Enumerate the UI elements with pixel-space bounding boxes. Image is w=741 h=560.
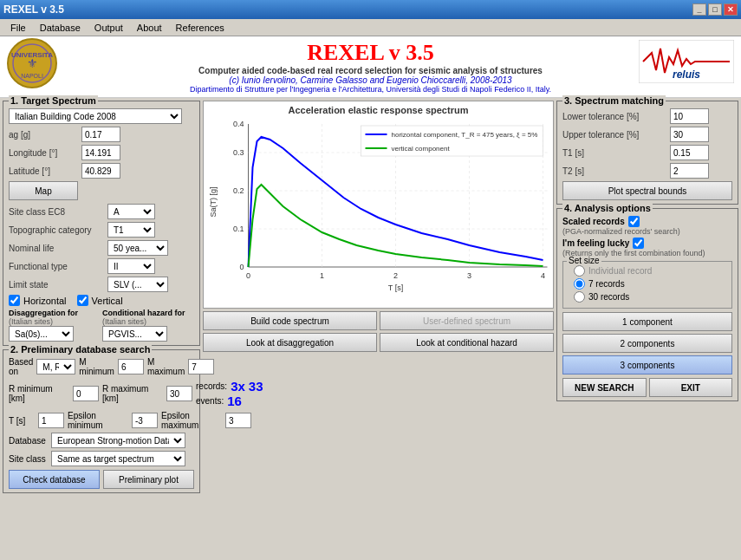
set-size-group: Set size Individual record 7 records 30 … [562, 261, 732, 309]
exit-button[interactable]: EXIT [649, 378, 733, 397]
topo-select[interactable]: T1 [107, 222, 155, 238]
menu-file[interactable]: File [3, 21, 33, 35]
svg-text:Sa(T) [g]: Sa(T) [g] [209, 186, 218, 217]
t1-input[interactable] [670, 145, 709, 160]
limit-state-select[interactable]: SLV (... [107, 277, 168, 292]
section4-box: 4. Analysis options Scaled records (PGA-… [556, 208, 738, 401]
lucky-label: I'm feeling lucky [562, 238, 629, 248]
horizontal-checkbox[interactable] [9, 295, 20, 306]
svg-text:1: 1 [320, 271, 324, 280]
logo-right: reluis [639, 40, 734, 85]
hv-row: Horizontal Vertical [9, 295, 194, 306]
functional-label: Functional type [9, 262, 104, 271]
header-institute: Dipartimento di Strutture per l'Ingegner… [190, 85, 551, 94]
svg-text:0.4: 0.4 [233, 120, 244, 128]
events-n: 16 [227, 394, 242, 408]
based-on-row: Based on M, R M minimum M maximum [9, 357, 194, 376]
individual-radio-row: Individual record [567, 265, 728, 277]
lower-tol-input[interactable] [670, 108, 709, 124]
upper-tol-input[interactable] [670, 127, 709, 142]
look-disaggregation-button[interactable]: Look at disaggregation [203, 333, 377, 352]
chart-svg: 0 1 2 3 4 T [s] 0 0.1 0.2 0.3 0.4 Sa(T) … [204, 115, 553, 297]
conditional-main-label: Conditional hazard for [102, 309, 194, 317]
eps-max-input[interactable] [225, 413, 251, 428]
longitude-input[interactable] [81, 145, 120, 160]
site-class2-label: Site class [9, 454, 48, 464]
lucky-checkbox[interactable] [633, 238, 644, 249]
individual-radio[interactable] [574, 265, 585, 277]
menu-output[interactable]: Output [88, 21, 130, 35]
based-on-label: Based on [9, 357, 33, 376]
nominal-life-row: Nominal life 50 yea... [9, 240, 194, 256]
vertical-checkbox[interactable] [77, 295, 88, 306]
window-title: REXEL v 3.5 [3, 3, 64, 16]
records-row: records: 3x 33 [196, 379, 263, 394]
spectrum-type-select[interactable]: Italian Building Code 2008 [9, 108, 182, 124]
center-panel: Acceleration elastic response spectrum [203, 101, 554, 497]
menu-references[interactable]: References [169, 21, 231, 35]
site-class-select[interactable]: A [107, 204, 155, 219]
based-on-select[interactable]: M, R [36, 359, 75, 374]
ag-row: ag [g] [9, 127, 194, 142]
section3-label: 3. Spectrum matching [562, 95, 666, 106]
r-max-input[interactable] [166, 386, 192, 401]
lucky-row: I'm feeling lucky [562, 238, 732, 249]
ag-input[interactable] [81, 127, 120, 142]
check-database-button[interactable]: Check database [9, 470, 100, 489]
t-input[interactable] [38, 413, 64, 428]
nominal-life-select[interactable]: 50 yea... [107, 240, 168, 256]
topo-label: Topographic category [9, 225, 104, 235]
m-min-label: M minimum [79, 357, 114, 376]
comp3-button[interactable]: 3 components [562, 355, 732, 374]
individual-label: Individual record [588, 266, 652, 276]
maximize-button[interactable]: □ [708, 3, 722, 16]
records7-radio[interactable] [574, 278, 585, 290]
svg-text:0.2: 0.2 [233, 186, 244, 195]
look-conditional-hazard-button[interactable]: Look at conditional hazard [380, 333, 554, 352]
nominal-life-label: Nominal life [9, 244, 104, 253]
comp2-button[interactable]: 2 components [562, 334, 732, 353]
latitude-label: Latitude [°] [9, 166, 78, 176]
lower-tol-label: Lower tolerance [%] [562, 112, 666, 121]
close-button[interactable]: ✕ [724, 3, 738, 16]
t2-input[interactable] [670, 163, 709, 179]
menu-about[interactable]: About [130, 21, 169, 35]
horizontal-label: Horizontal [23, 296, 67, 306]
m-max-input[interactable] [188, 359, 214, 374]
eps-min-input[interactable] [132, 413, 158, 428]
minimize-button[interactable]: _ [692, 3, 706, 16]
database-select[interactable]: European Strong-motion Data... [51, 433, 185, 448]
svg-text:T [s]: T [s] [388, 283, 403, 292]
svg-text:0: 0 [239, 263, 244, 271]
records-label: records: [196, 381, 227, 391]
chart-buttons-row2: Look at disaggregation Look at condition… [203, 333, 554, 352]
header: UNIVERSITA ⚜ NAPOLI REXEL v 3.5 Computer… [0, 36, 741, 98]
records30-radio[interactable] [574, 291, 585, 303]
chart-buttons-row1: Build code spectrum User-defined spectru… [203, 311, 554, 330]
svg-text:⚜: ⚜ [27, 56, 38, 70]
new-search-button[interactable]: NEW SEARCH [562, 378, 647, 397]
build-code-spectrum-button[interactable]: Build code spectrum [203, 311, 377, 330]
limit-state-label: Limit state [9, 280, 104, 290]
functional-select[interactable]: II [107, 258, 155, 274]
plot-spectral-bounds-button[interactable]: Plot spectral bounds [562, 181, 732, 200]
m-max-label: M maximum [147, 357, 185, 376]
conditional-sub-label: (Italian sites) [102, 317, 194, 326]
main-content: 1. Target Spectrum Italian Building Code… [0, 98, 741, 499]
svg-text:2: 2 [393, 271, 398, 280]
user-defined-spectrum-button[interactable]: User-defined spectrum [380, 311, 554, 330]
svg-text:reluis: reluis [673, 68, 700, 81]
latitude-input[interactable] [81, 163, 120, 179]
site-class2-select[interactable]: Same as target spectrum [51, 451, 185, 466]
disagg-select[interactable]: Sa(0s)... [9, 326, 74, 342]
m-min-input[interactable] [118, 359, 144, 374]
set-size-label: Set size [567, 256, 601, 265]
menu-database[interactable]: Database [33, 21, 88, 35]
scaled-records-row: Scaled records [562, 216, 732, 227]
comp1-button[interactable]: 1 component [562, 312, 732, 331]
r-min-input[interactable] [73, 386, 99, 401]
preliminary-plot-button[interactable]: Preliminary plot [103, 470, 194, 489]
conditional-select[interactable]: PGVIS... [102, 326, 167, 342]
scaled-checkbox[interactable] [628, 216, 640, 227]
map-button[interactable]: Map [9, 181, 78, 200]
